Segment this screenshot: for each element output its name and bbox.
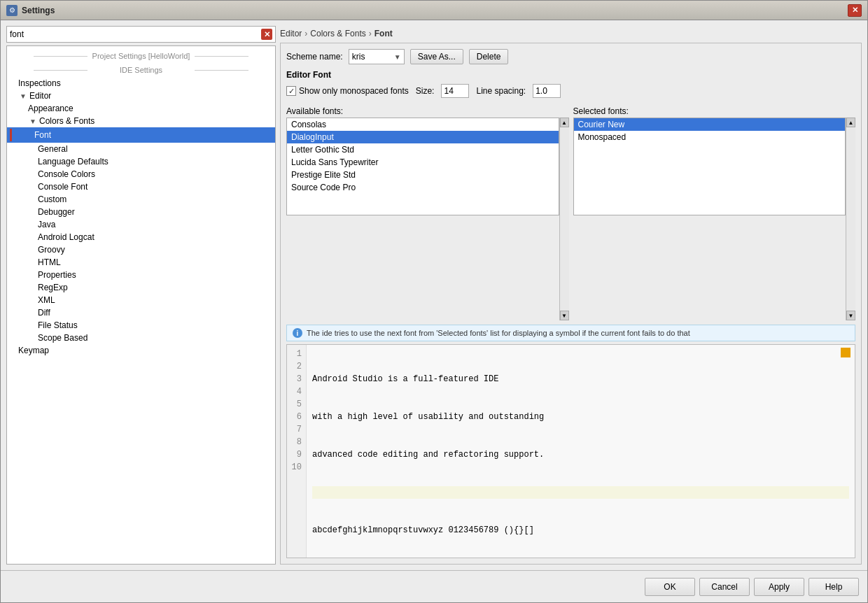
settings-window: ⚙ Settings ✕ ✕ Project Settings [HelloWo…: [0, 0, 868, 603]
breadcrumb: Editor › Colors & Fonts › Font: [280, 26, 862, 43]
font-dialoginput[interactable]: DialogInput: [287, 131, 559, 143]
scheme-row: Scheme name: kris ▼ Save As... Delete: [286, 49, 855, 64]
tree-item-editor[interactable]: ▼ Editor: [7, 90, 275, 102]
line-spacing-label: Line spacing:: [476, 86, 526, 96]
font-letter-gothic[interactable]: Letter Gothic Std: [287, 143, 559, 156]
project-settings-label: Project Settings [HelloWorld]: [7, 49, 275, 63]
preview-area: 1 2 3 4 5 6 7 8 9 10: [286, 344, 855, 558]
preview-wrapper: 1 2 3 4 5 6 7 8 9 10: [286, 344, 855, 558]
scrollbar-track: [846, 127, 855, 311]
size-label: Size:: [416, 86, 435, 96]
tree-panel: Project Settings [HelloWorld] IDE Settin…: [6, 45, 276, 565]
line-numbers: 1 2 3 4 5 6 7 8 9 10: [287, 345, 307, 558]
tree-item-inspections[interactable]: Inspections: [7, 77, 275, 90]
left-panel: ✕ Project Settings [HelloWorld] IDE Sett…: [6, 26, 276, 565]
tree-item-keymap[interactable]: Keymap: [7, 344, 275, 357]
preview-line-3: advanced code editing and refactoring su…: [312, 448, 849, 461]
scroll-up-icon[interactable]: ▲: [560, 118, 569, 127]
title-bar: ⚙ Settings ✕: [1, 1, 867, 20]
tree-item-language-defaults[interactable]: Language Defaults: [7, 155, 275, 168]
tree-item-scope-based[interactable]: Scope Based: [7, 332, 275, 344]
line-spacing-input[interactable]: [533, 84, 561, 98]
info-icon: i: [293, 328, 302, 338]
window-icon: ⚙: [6, 5, 18, 16]
cancel-button[interactable]: Cancel: [699, 578, 750, 596]
settings-panel: Scheme name: kris ▼ Save As... Delete Ed…: [280, 43, 862, 565]
preview-line-5: abcdefghijklmnopqrstuvwxyz 0123456789 ()…: [312, 524, 849, 537]
tree-item-groovy[interactable]: Groovy: [7, 243, 275, 256]
scrollbar-track: [560, 127, 569, 311]
monospaced-label: Show only monospaced fonts: [299, 86, 409, 96]
search-clear-button[interactable]: ✕: [261, 29, 272, 40]
tree-item-console-colors[interactable]: Console Colors: [7, 168, 275, 180]
scroll-down-icon[interactable]: ▼: [560, 311, 569, 320]
selected-font-monospaced[interactable]: Monospaced: [574, 131, 846, 143]
orange-indicator: [841, 348, 850, 357]
scroll-down-icon[interactable]: ▼: [846, 311, 855, 320]
editor-font-title: Editor Font: [286, 70, 855, 80]
search-box: ✕: [6, 26, 276, 43]
preview-line-1: Android Studio is a full-featured IDE: [312, 373, 849, 385]
tree-item-diff[interactable]: Diff: [7, 306, 275, 319]
close-button[interactable]: ✕: [848, 4, 862, 17]
editor-font-section: Editor Font ✓ Show only monospaced fonts…: [286, 70, 855, 102]
info-bar: i The ide tries to use the next font fro…: [286, 325, 855, 341]
tree-item-console-font[interactable]: Console Font: [7, 180, 275, 193]
font-prestige[interactable]: Prestige Elite Std: [287, 169, 559, 181]
tree-item-font[interactable]: Font: [7, 127, 275, 143]
fonts-row: Available fonts: Consolas DialogInput Le…: [286, 106, 855, 320]
selected-font-courier[interactable]: Courier New: [574, 118, 846, 131]
breadcrumb-colors-fonts: Colors & Fonts: [310, 29, 365, 38]
save-as-button[interactable]: Save As...: [410, 49, 463, 64]
font-lucida[interactable]: Lucida Sans Typewriter: [287, 156, 559, 169]
window-body: ✕ Project Settings [HelloWorld] IDE Sett…: [1, 20, 867, 602]
tree-item-android-logcat[interactable]: Android Logcat: [7, 231, 275, 243]
tree-item-appearance[interactable]: Appearance: [7, 102, 275, 115]
tree-item-xml[interactable]: XML: [7, 294, 275, 306]
tree-item-file-status[interactable]: File Status: [7, 319, 275, 332]
preview-line-4: [312, 486, 849, 499]
window-title: Settings: [22, 6, 848, 15]
monospaced-checkbox-label[interactable]: ✓ Show only monospaced fonts: [286, 86, 409, 96]
delete-button[interactable]: Delete: [469, 49, 509, 64]
breadcrumb-editor: Editor: [280, 29, 302, 38]
tree-item-general[interactable]: General: [7, 143, 275, 155]
expand-icon: ▼: [28, 116, 38, 126]
right-panel: Editor › Colors & Fonts › Font Scheme na…: [280, 26, 862, 565]
main-content: ✕ Project Settings [HelloWorld] IDE Sett…: [1, 20, 867, 570]
available-fonts-scrollbar[interactable]: ▲ ▼: [559, 118, 569, 320]
scheme-select-value: kris: [352, 52, 394, 62]
help-button[interactable]: Help: [808, 578, 859, 596]
scheme-select[interactable]: kris ▼: [349, 49, 405, 64]
available-fonts-label: Available fonts:: [286, 106, 569, 116]
selected-fonts-scrollbar[interactable]: ▲ ▼: [846, 118, 855, 320]
ok-button[interactable]: OK: [645, 578, 695, 596]
chevron-down-icon: ▼: [394, 53, 401, 61]
available-fonts-section: Available fonts: Consolas DialogInput Le…: [286, 106, 569, 320]
tree-item-colors-fonts[interactable]: ▼ Colors & Fonts: [7, 115, 275, 127]
size-input[interactable]: [441, 84, 469, 98]
selected-fonts-list[interactable]: Courier New Monospaced: [573, 118, 846, 215]
expand-icon: ▼: [18, 91, 28, 101]
preview-line-2: with a high level of usability and outst…: [312, 411, 849, 423]
font-consolas[interactable]: Consolas: [287, 118, 559, 131]
tree-item-debugger[interactable]: Debugger: [7, 206, 275, 218]
breadcrumb-current: Font: [374, 29, 393, 38]
breadcrumb-arrow-1: ›: [304, 29, 307, 38]
monospaced-checkbox[interactable]: ✓: [286, 86, 296, 96]
scheme-name-label: Scheme name:: [286, 52, 343, 62]
tree-item-custom[interactable]: Custom: [7, 193, 275, 206]
preview-content: Android Studio is a full-featured IDE wi…: [307, 345, 855, 558]
tree-item-properties[interactable]: Properties: [7, 269, 275, 281]
scroll-up-icon[interactable]: ▲: [846, 118, 855, 127]
tree-item-regexp[interactable]: RegExp: [7, 281, 275, 294]
bottom-bar: OK Cancel Apply Help: [1, 570, 867, 602]
tree-item-java[interactable]: Java: [7, 218, 275, 231]
font-source-code[interactable]: Source Code Pro: [287, 181, 559, 194]
font-controls: ✓ Show only monospaced fonts Size: Line …: [286, 84, 855, 98]
available-fonts-list[interactable]: Consolas DialogInput Letter Gothic Std L…: [286, 118, 559, 215]
selected-fonts-section: Selected fonts: Courier New Monospaced ▲…: [573, 106, 856, 320]
search-input[interactable]: [10, 29, 261, 39]
tree-item-html[interactable]: HTML: [7, 256, 275, 269]
apply-button[interactable]: Apply: [754, 578, 804, 596]
